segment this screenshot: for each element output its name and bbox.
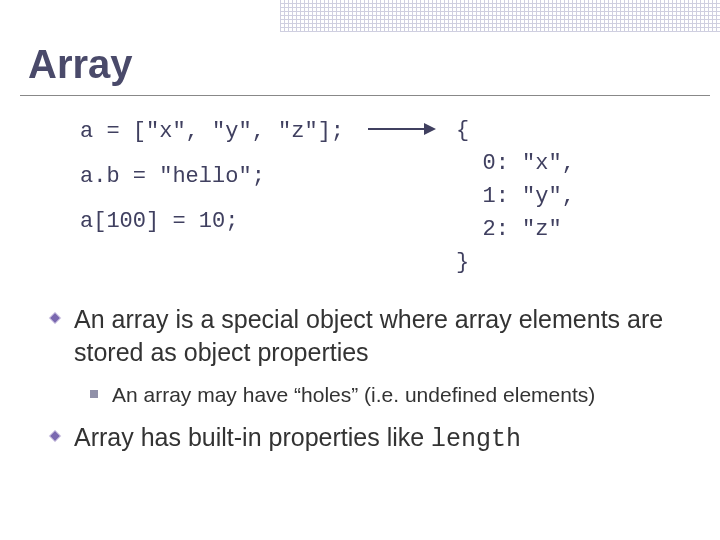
bullet-level1: Array has built-in properties like lengt… — [48, 421, 680, 456]
bullet-text: An array may have “holes” (i.e. undefine… — [112, 383, 595, 406]
code-line: a = ["x", "y", "z"]; — [80, 114, 344, 149]
title-underline — [20, 95, 710, 96]
bullet-text: Array has built-in properties like — [74, 423, 431, 451]
svg-rect-4 — [49, 430, 60, 441]
bullet-list: An array is a special object where array… — [48, 303, 680, 456]
obj-line: 2: "z" — [456, 213, 575, 246]
code-line: a.b = "hello"; — [80, 159, 344, 194]
svg-rect-2 — [49, 312, 60, 323]
page-title: Array — [28, 42, 720, 87]
diamond-icon — [48, 311, 62, 325]
bullet-level1: An array is a special object where array… — [48, 303, 680, 369]
bullet-text: An array is a special object where array… — [74, 305, 663, 366]
code-inline: length — [431, 425, 521, 454]
square-icon — [90, 390, 98, 398]
bullet-level2: An array may have “holes” (i.e. undefine… — [90, 381, 680, 409]
code-example: a = ["x", "y", "z"]; a.b = "hello"; a[10… — [80, 114, 720, 279]
obj-close: } — [456, 246, 575, 279]
code-left-block: a = ["x", "y", "z"]; a.b = "hello"; a[10… — [80, 114, 344, 240]
obj-line: 1: "y", — [456, 180, 575, 213]
code-line: a[100] = 10; — [80, 204, 344, 239]
arrow-icon — [366, 120, 438, 138]
code-right-block: { 0: "x", 1: "y", 2: "z" } — [456, 114, 575, 279]
obj-open: { — [456, 114, 575, 147]
header-pattern — [0, 0, 720, 32]
svg-marker-1 — [424, 123, 436, 135]
obj-line: 0: "x", — [456, 147, 575, 180]
diamond-icon — [48, 429, 62, 443]
